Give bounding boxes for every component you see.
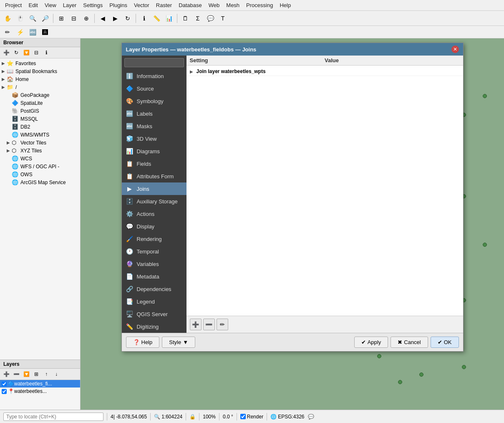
open-table[interactable]: 🗒 [179, 13, 191, 24]
browser-item-home[interactable]: ▶ 🏠 Home [0, 75, 80, 83]
locate-input[interactable] [3, 413, 103, 421]
render-checkbox[interactable]: Render [240, 414, 263, 420]
nav-item-symbology[interactable]: 🎨 Symbology [122, 95, 186, 107]
nav-item-labels[interactable]: 🔤 Labels [122, 107, 186, 120]
menu-raster[interactable]: Raster [153, 1, 175, 9]
layer-item-0[interactable]: 🔷 waterbeetles_fi... [0, 380, 80, 388]
nav-item-3dview[interactable]: 🧊 3D View [122, 132, 186, 145]
measure[interactable]: 📏 [151, 13, 162, 24]
menu-edit[interactable]: Edit [25, 1, 41, 9]
browser-item-spatialite[interactable]: 🔷 SpatiaLite [0, 99, 80, 107]
browser-item-geopackage[interactable]: 📦 GeoPackage [0, 91, 80, 99]
expand-arrow[interactable]: ▶ [190, 69, 197, 74]
layers-expand-btn[interactable]: ⊞ [32, 370, 41, 379]
refresh[interactable]: ↻ [122, 13, 134, 24]
menu-layer[interactable]: Layer [60, 1, 80, 9]
nav-item-diagrams[interactable]: 📊 Diagrams [122, 145, 186, 157]
menu-processing[interactable]: Processing [243, 1, 276, 9]
statusbar-messages[interactable]: 💬 [308, 414, 314, 420]
nav-item-temporal[interactable]: 🕐 Temporal [122, 245, 186, 258]
label-btn2[interactable]: 🅰 [39, 26, 51, 38]
pan-back[interactable]: ◀ [97, 13, 108, 24]
nav-item-digitizing[interactable]: ✏️ Digitizing [122, 320, 186, 333]
nav-item-auxiliary[interactable]: 🗄️ Auxiliary Storage [122, 195, 186, 208]
nav-item-actions[interactable]: ⚙️ Actions [122, 208, 186, 220]
menu-mesh[interactable]: Mesh [223, 1, 243, 9]
layer-item-1[interactable]: 📍 waterbeetles... [0, 388, 80, 395]
zoom-full[interactable]: ⊞ [55, 13, 67, 24]
dialog-close-button[interactable]: ✕ [451, 46, 459, 53]
nav-search-input[interactable] [124, 58, 184, 67]
browser-add-btn[interactable]: ➕ [2, 48, 11, 57]
map-tips[interactable]: 💬 [204, 13, 216, 24]
browser-item-arcgis[interactable]: 🌐 ArcGIS Map Service [0, 178, 80, 186]
browser-item-wfs[interactable]: 🌐 WFS / OGC API - [0, 162, 80, 170]
nav-item-fields[interactable]: 📋 Fields [122, 157, 186, 170]
browser-filter-btn[interactable]: 🔽 [22, 48, 31, 57]
layers-filter-btn[interactable]: 🔽 [22, 370, 31, 379]
zoom-select[interactable]: ⊕ [81, 13, 92, 24]
browser-info-btn[interactable]: ℹ [42, 48, 51, 57]
add-join-button[interactable]: ➕ [190, 319, 202, 330]
zoom-in-tool[interactable]: 🔍 [27, 13, 38, 24]
browser-item-db2[interactable]: 🗄️ DB2 [0, 123, 80, 131]
browser-item-bookmarks[interactable]: ▶ 📖 Spatial Bookmarks [0, 67, 80, 75]
nav-item-rendering[interactable]: 🖌️ Rendering [122, 233, 186, 245]
layers-add-btn[interactable]: ➕ [2, 370, 11, 379]
browser-item-ows[interactable]: 🌐 OWS [0, 170, 80, 178]
field-calc[interactable]: Σ [192, 13, 204, 24]
menu-settings[interactable]: Settings [80, 1, 106, 9]
nav-item-joins[interactable]: ▶ Joins [122, 182, 186, 195]
map-area[interactable]: Layer Properties — waterbeetles_fieldobs… [81, 38, 504, 410]
menu-database[interactable]: Database [175, 1, 205, 9]
nav-item-display[interactable]: 💬 Display [122, 220, 186, 233]
zoom-out-tool[interactable]: 🔎 [39, 13, 51, 24]
table-row[interactable]: ▶ Join layer waterbeetles_wpts [186, 67, 463, 76]
snap-btn[interactable]: ⚡ [14, 26, 26, 38]
help-button[interactable]: ❓ Help [126, 337, 160, 348]
layer-checkbox-1[interactable] [2, 389, 7, 394]
browser-item-xyztiles[interactable]: ▶ ⬡ XYZ Tiles [0, 147, 80, 155]
layers-up-btn[interactable]: ↑ [42, 370, 51, 379]
pan-fwd[interactable]: ▶ [109, 13, 121, 24]
layer-checkbox-0[interactable] [2, 381, 7, 387]
menu-view[interactable]: View [41, 1, 60, 9]
digitize-btn[interactable]: ✏ [2, 26, 13, 38]
zoom-layer[interactable]: ⊟ [68, 13, 80, 24]
nav-item-information[interactable]: ℹ️ Information [122, 70, 186, 82]
style-button[interactable]: Style ▼ [162, 337, 195, 348]
statistics[interactable]: 📊 [163, 13, 175, 24]
browser-item-root[interactable]: ▶ 📁 / [0, 83, 80, 91]
statusbar-crs[interactable]: 🌐 EPSG:4326 [270, 414, 304, 420]
nav-item-variables[interactable]: 🔮 Variables [122, 258, 186, 270]
identify[interactable]: ℹ [138, 13, 150, 24]
browser-item-vectortiles[interactable]: ▶ ⬡ Vector Tiles [0, 139, 80, 147]
menu-help[interactable]: Help [276, 1, 294, 9]
nav-item-source[interactable]: 🔷 Source [122, 82, 186, 95]
nav-item-attributes[interactable]: 📋 Attributes Form [122, 170, 186, 182]
browser-item-postgis[interactable]: 🐘 PostGIS [0, 107, 80, 115]
ok-button[interactable]: ✔ OK [431, 337, 459, 348]
nav-item-masks[interactable]: 🔤 Masks [122, 120, 186, 132]
select-tool[interactable]: 🖱️ [14, 13, 26, 24]
nav-item-metadata[interactable]: 📄 Metadata [122, 270, 186, 283]
nav-item-legend[interactable]: 📑 Legend [122, 295, 186, 308]
nav-item-qgisserver[interactable]: 🖥️ QGIS Server [122, 308, 186, 320]
label-btn[interactable]: 🔤 [27, 26, 38, 38]
render-check[interactable] [240, 414, 246, 419]
pan-tool[interactable]: ✋ [2, 13, 13, 24]
menu-project[interactable]: Project [2, 1, 25, 9]
cancel-button[interactable]: ✖ Cancel [391, 337, 428, 348]
browser-refresh-btn[interactable]: ↻ [12, 48, 21, 57]
apply-button[interactable]: ✔ Apply [354, 337, 388, 348]
edit-join-button[interactable]: ✏ [217, 319, 228, 330]
remove-join-button[interactable]: ➖ [203, 319, 215, 330]
menu-vector[interactable]: Vector [131, 1, 153, 9]
menu-plugins[interactable]: Plugins [106, 1, 131, 9]
annotation[interactable]: T [217, 13, 229, 24]
browser-item-wmswmts[interactable]: 🌐 WMS/WMTS [0, 131, 80, 139]
menu-web[interactable]: Web [205, 1, 223, 9]
browser-item-wcs[interactable]: 🌐 WCS [0, 155, 80, 162]
layers-down-btn[interactable]: ↓ [52, 370, 61, 379]
nav-item-dependencies[interactable]: 🔗 Dependencies [122, 283, 186, 295]
